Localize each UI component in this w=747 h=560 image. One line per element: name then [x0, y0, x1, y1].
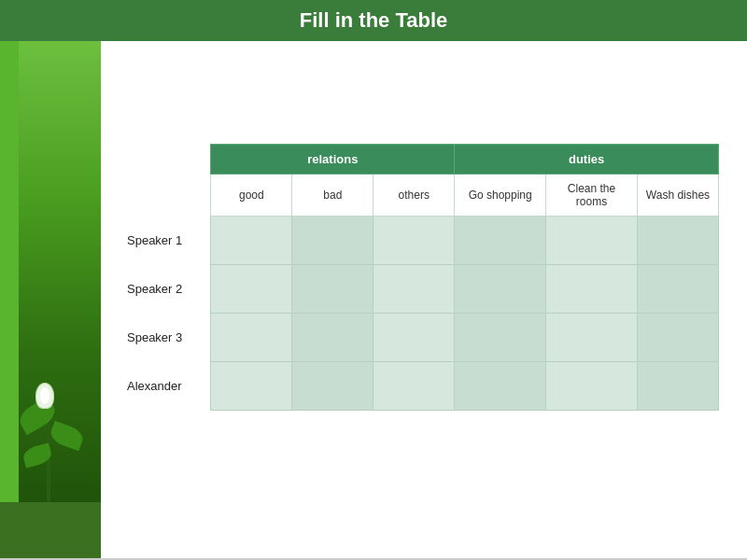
- cell-alex-go-shopping[interactable]: [455, 362, 546, 411]
- cell-alex-bad[interactable]: [292, 362, 374, 411]
- table-row: Speaker 2: [120, 265, 719, 314]
- sub-header-row: good bad others Go shopping Clean the ro…: [120, 175, 719, 217]
- leaf-icon: [48, 421, 85, 452]
- table-container: relations duties good bad others Go shop…: [120, 144, 719, 528]
- cell-s3-wash-dishes[interactable]: [637, 314, 718, 362]
- cell-s3-clean-rooms[interactable]: [546, 314, 638, 362]
- cell-s2-bad[interactable]: [292, 265, 374, 314]
- cell-alex-others[interactable]: [374, 362, 455, 411]
- cell-s3-bad[interactable]: [292, 314, 374, 362]
- plant-decoration: [9, 315, 93, 502]
- cell-alex-clean-rooms[interactable]: [546, 362, 638, 411]
- row-label-alexander: Alexander: [120, 362, 211, 411]
- sub-header-others: others: [374, 175, 455, 217]
- sub-header-wash-dishes: Wash dishes: [637, 175, 718, 217]
- table-row: Speaker 1: [120, 217, 719, 265]
- cell-alex-wash-dishes[interactable]: [637, 362, 718, 411]
- page-header: Fill in the Table: [0, 0, 747, 41]
- empty-header: [120, 145, 211, 175]
- sub-header-go-shopping: Go shopping: [455, 175, 546, 217]
- sidebar: [0, 41, 101, 558]
- cell-s2-good[interactable]: [211, 265, 292, 314]
- group-header-row: relations duties: [120, 145, 719, 175]
- cell-s1-bad[interactable]: [292, 217, 374, 265]
- relations-header: relations: [211, 145, 455, 175]
- cell-s3-go-shopping[interactable]: [455, 314, 546, 362]
- cell-s2-go-shopping[interactable]: [455, 265, 546, 314]
- cell-s1-others[interactable]: [374, 217, 455, 265]
- cell-s2-clean-rooms[interactable]: [546, 265, 638, 314]
- cell-s2-others[interactable]: [374, 265, 455, 314]
- cell-alex-good[interactable]: [211, 362, 292, 411]
- cell-s2-wash-dishes[interactable]: [637, 265, 718, 314]
- top-spacer: [120, 60, 719, 144]
- sub-header-clean-rooms: Clean the rooms: [546, 175, 638, 217]
- table-row: Alexander: [120, 362, 719, 411]
- sub-header-bad: bad: [292, 175, 374, 217]
- row-label-speaker1: Speaker 1: [120, 217, 211, 265]
- page-title: Fill in the Table: [300, 8, 448, 33]
- grass-decoration: [0, 502, 101, 558]
- row-label-header: [120, 175, 211, 217]
- footer-spacer: [120, 528, 719, 539]
- row-label-speaker3: Speaker 3: [120, 314, 211, 362]
- table-row: Speaker 3: [120, 314, 719, 362]
- cell-s1-good[interactable]: [211, 217, 292, 265]
- cell-s1-wash-dishes[interactable]: [637, 217, 718, 265]
- row-label-speaker2: Speaker 2: [120, 265, 211, 314]
- cell-s3-good[interactable]: [211, 314, 292, 362]
- fill-in-table: relations duties good bad others Go shop…: [120, 144, 719, 411]
- main-layout: relations duties good bad others Go shop…: [0, 41, 747, 558]
- cell-s1-go-shopping[interactable]: [455, 217, 546, 265]
- duties-header: duties: [455, 145, 719, 175]
- sub-header-good: good: [211, 175, 292, 217]
- content-area: relations duties good bad others Go shop…: [101, 41, 747, 558]
- cell-s1-clean-rooms[interactable]: [546, 217, 638, 265]
- flower-icon: [35, 383, 54, 409]
- cell-s3-others[interactable]: [374, 314, 455, 362]
